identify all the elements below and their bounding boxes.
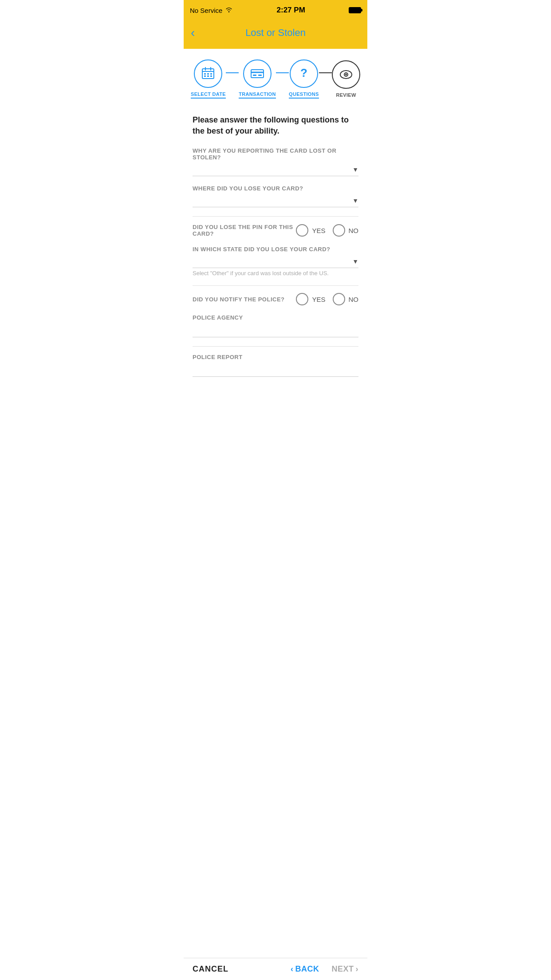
progress-container: SELECT DATE TRANSACTION ?	[184, 49, 367, 106]
field-police-report: POLICE REPORT	[193, 354, 358, 377]
radio-options-lose-pin: YES NO	[296, 224, 358, 237]
label-lose-pin: DID YOU LOSE THE PIN FOR THIS CARD?	[193, 224, 296, 237]
svg-text:?: ?	[300, 66, 307, 79]
label-where-lost: WHERE DID YOU LOSE YOUR CARD?	[193, 185, 358, 192]
label-notify-police: DID YOU NOTIFY THE POLICE?	[193, 296, 296, 303]
status-right	[349, 7, 361, 13]
field-lose-pin: DID YOU LOSE THE PIN FOR THIS CARD? YES …	[193, 224, 358, 237]
divider-3	[193, 346, 358, 347]
step-label-select-date: SELECT DATE	[191, 91, 226, 99]
status-left: No Service	[190, 7, 233, 14]
svg-rect-6	[210, 73, 212, 75]
radio-circle-notify-police-no	[333, 293, 345, 305]
step-circle-select-date	[194, 59, 222, 88]
label-which-state: IN WHICH STATE DID YOU LOSE YOUR CARD?	[193, 246, 358, 253]
step-circle-review	[332, 60, 360, 89]
hint-which-state: Select "Other" if your card was lost out…	[193, 270, 358, 277]
svg-rect-12	[253, 75, 256, 76]
battery-icon	[349, 7, 361, 13]
step-select-date[interactable]: SELECT DATE	[191, 59, 226, 99]
step-circle-questions: ?	[290, 59, 318, 88]
progress-steps: SELECT DATE TRANSACTION ?	[191, 59, 360, 99]
radio-circle-lose-pin-no	[333, 224, 345, 237]
label-police-report: POLICE REPORT	[193, 354, 358, 360]
input-police-report[interactable]	[193, 363, 358, 377]
radio-lose-pin-no[interactable]: NO	[333, 224, 359, 237]
header: ‹ Lost or Stolen	[184, 20, 367, 49]
field-which-state: IN WHICH STATE DID YOU LOSE YOUR CARD? ▼…	[193, 246, 358, 277]
input-police-agency[interactable]	[193, 324, 358, 337]
dropdown-which-state-arrow: ▼	[352, 258, 358, 265]
svg-rect-4	[204, 73, 206, 75]
radio-text-notify-police-no: NO	[349, 296, 359, 303]
dropdown-where-lost[interactable]: ▼	[193, 194, 358, 207]
field-notify-police: DID YOU NOTIFY THE POLICE? YES NO	[193, 293, 358, 305]
radio-circle-notify-police-yes	[296, 293, 308, 305]
dropdown-why-reporting[interactable]: ▼	[193, 163, 358, 176]
radio-circle-lose-pin-yes	[296, 224, 308, 237]
radio-options-notify-police: YES NO	[296, 293, 358, 305]
step-questions[interactable]: ? QUESTIONS	[289, 59, 319, 99]
svg-point-17	[345, 74, 347, 75]
svg-rect-13	[258, 75, 262, 76]
svg-rect-8	[207, 75, 209, 77]
step-label-transaction: TRANSACTION	[239, 91, 276, 99]
svg-rect-9	[210, 75, 212, 77]
radio-lose-pin-yes[interactable]: YES	[296, 224, 325, 237]
radio-notify-police-no[interactable]: NO	[333, 293, 359, 305]
form-content: Please answer the following questions to…	[184, 106, 367, 430]
status-bar: No Service 2:27 PM	[184, 0, 367, 20]
radio-notify-police-yes[interactable]: YES	[296, 293, 325, 305]
field-why-reporting: WHY ARE YOU REPORTING THE CARD LOST OR S…	[193, 147, 358, 176]
step-label-review: REVIEW	[336, 92, 356, 98]
step-transaction[interactable]: TRANSACTION	[239, 59, 276, 99]
form-heading: Please answer the following questions to…	[193, 115, 358, 137]
step-label-questions: QUESTIONS	[289, 91, 319, 99]
radio-text-lose-pin-yes: YES	[312, 227, 325, 234]
dropdown-where-lost-arrow: ▼	[352, 197, 358, 204]
dropdown-why-reporting-arrow: ▼	[352, 166, 358, 173]
connector-1-2	[226, 72, 239, 74]
svg-rect-5	[207, 73, 209, 75]
radio-group-lose-pin: DID YOU LOSE THE PIN FOR THIS CARD? YES …	[193, 224, 358, 237]
label-police-agency: POLICE AGENCY	[193, 314, 358, 321]
dropdown-which-state[interactable]: ▼	[193, 255, 358, 268]
status-time: 2:27 PM	[277, 6, 305, 15]
divider-2	[193, 285, 358, 286]
radio-text-notify-police-yes: YES	[312, 296, 325, 303]
header-back-button[interactable]: ‹	[191, 25, 198, 41]
label-why-reporting: WHY ARE YOU REPORTING THE CARD LOST OR S…	[193, 147, 358, 161]
connector-2-3	[276, 72, 289, 74]
svg-rect-10	[251, 70, 264, 78]
no-service-text: No Service	[190, 7, 222, 14]
field-where-lost: WHERE DID YOU LOSE YOUR CARD? ▼	[193, 185, 358, 207]
radio-text-lose-pin-no: NO	[349, 227, 359, 234]
step-circle-transaction	[243, 59, 272, 88]
connector-3-4	[319, 72, 332, 74]
header-title: Lost or Stolen	[245, 27, 306, 39]
radio-group-notify-police: DID YOU NOTIFY THE POLICE? YES NO	[193, 293, 358, 305]
step-review[interactable]: REVIEW	[332, 60, 360, 98]
wifi-icon	[225, 7, 233, 14]
divider-1	[193, 216, 358, 217]
field-police-agency: POLICE AGENCY	[193, 314, 358, 337]
svg-rect-7	[204, 75, 206, 77]
